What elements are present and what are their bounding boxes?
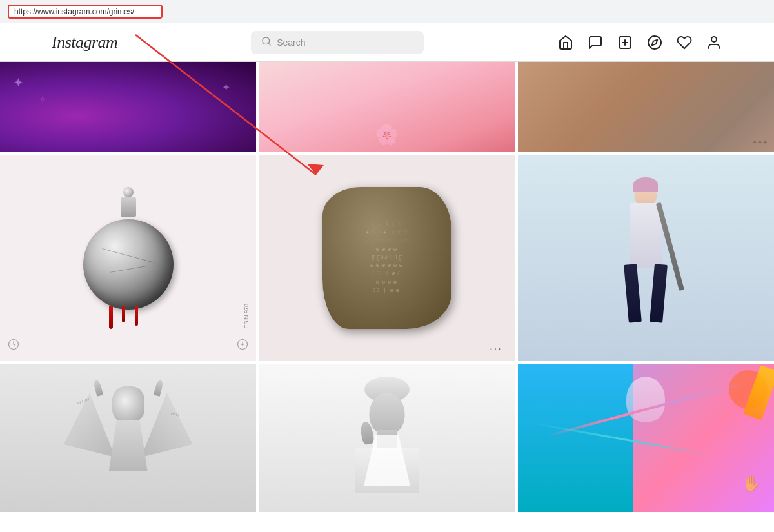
instagram-header: Instagram Search bbox=[0, 23, 774, 62]
post-6[interactable] bbox=[518, 155, 774, 361]
profile-nav-icon[interactable] bbox=[706, 34, 722, 51]
location-icon bbox=[237, 339, 248, 353]
svg-line-3 bbox=[268, 43, 270, 45]
notifications-nav-icon[interactable] bbox=[676, 34, 693, 51]
grid-row-1: ✦ ✧ ✦ 🌸 ✦✦✦ bbox=[0, 62, 774, 152]
explore-nav-icon[interactable] bbox=[646, 34, 663, 51]
home-nav-icon[interactable] bbox=[557, 34, 574, 51]
post-1-image: ✦ ✧ ✦ bbox=[0, 62, 256, 152]
post-5-image: ♡♡ ☾☾♡ ✦♡♡✦ ♡♡♡ ♡♡♡♡♡♡♡♡ ⊕⊕⊕⊕ ∬∬∂∂♡∂∬ ⊕⊕… bbox=[259, 155, 515, 361]
content-grid: ✦ ✧ ✦ 🌸 ✦✦✦ bbox=[0, 62, 774, 512]
post-8[interactable] bbox=[259, 364, 515, 512]
messenger-nav-icon[interactable] bbox=[587, 34, 604, 51]
search-icon bbox=[261, 36, 272, 49]
add-post-nav-icon[interactable] bbox=[617, 34, 633, 51]
browser-bar: https://www.instagram.com/grimes/ bbox=[0, 0, 774, 23]
post-4[interactable]: ESIN 978 bbox=[0, 155, 256, 361]
post-7-image: script text bbox=[0, 364, 256, 512]
post-4-image: ESIN 978 bbox=[0, 155, 256, 361]
post-2[interactable]: 🌸 bbox=[259, 62, 515, 152]
post-8-image bbox=[259, 364, 515, 512]
svg-marker-8 bbox=[652, 39, 657, 44]
post-6-image bbox=[518, 155, 774, 361]
svg-point-7 bbox=[648, 36, 661, 49]
post-7[interactable]: script text bbox=[0, 364, 256, 512]
post-9-image: ✋ bbox=[518, 364, 774, 512]
svg-point-9 bbox=[711, 37, 717, 42]
navigation-bar bbox=[557, 34, 722, 51]
url-bar[interactable]: https://www.instagram.com/grimes/ bbox=[8, 5, 163, 19]
clock-icon bbox=[8, 339, 19, 353]
post-5-dots: ... bbox=[490, 340, 502, 352]
post-9[interactable]: ✋ bbox=[518, 364, 774, 512]
search-placeholder: Search bbox=[277, 37, 305, 48]
post-3[interactable]: ✦✦✦ bbox=[518, 62, 774, 152]
post-4-side-text: ESIN 978 bbox=[243, 304, 250, 329]
post-1[interactable]: ✦ ✧ ✦ bbox=[0, 62, 256, 152]
grid-row-3: script text bbox=[0, 364, 774, 512]
tablet-symbols: ♡♡ ☾☾♡ ✦♡♡✦ ♡♡♡ ♡♡♡♡♡♡♡♡ ⊕⊕⊕⊕ ∬∬∂∂♡∂∬ ⊕⊕… bbox=[351, 208, 423, 308]
post-5[interactable]: ♡♡ ☾☾♡ ✦♡♡✦ ♡♡♡ ♡♡♡♡♡♡♡♡ ⊕⊕⊕⊕ ∬∬∂∂♡∂∬ ⊕⊕… bbox=[259, 155, 515, 361]
stone-tablet: ♡♡ ☾☾♡ ✦♡♡✦ ♡♡♡ ♡♡♡♡♡♡♡♡ ⊕⊕⊕⊕ ∬∬∂∂♡∂∬ ⊕⊕… bbox=[322, 187, 452, 329]
instagram-logo[interactable]: Instagram bbox=[52, 33, 117, 52]
search-bar[interactable]: Search bbox=[251, 31, 424, 54]
grid-row-2: ESIN 978 ♡♡ ☾☾♡ ✦♡♡✦ ♡♡♡ ♡♡♡♡♡♡♡♡ ⊕⊕⊕⊕ ∬… bbox=[0, 155, 774, 361]
